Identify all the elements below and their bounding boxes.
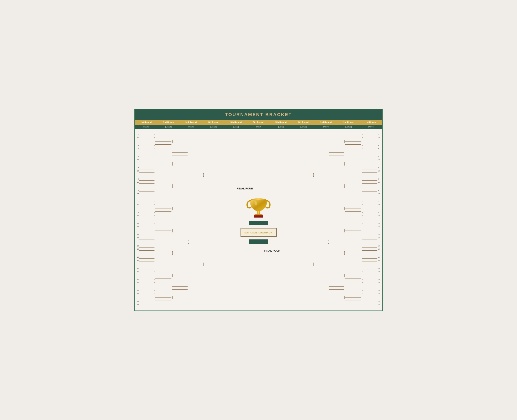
team-slot[interactable] (362, 180, 378, 184)
team-slot[interactable] (172, 284, 188, 286)
team-slot[interactable] (362, 203, 378, 206)
team-slot[interactable] (329, 284, 344, 286)
team-slot[interactable] (155, 272, 171, 275)
team-slot[interactable] (155, 231, 171, 234)
team-slot[interactable] (362, 270, 378, 273)
team-slot[interactable] (139, 133, 154, 136)
team-slot[interactable] (345, 138, 361, 142)
team-slot[interactable] (362, 200, 378, 203)
team-slot[interactable] (155, 295, 171, 298)
team-slot[interactable] (139, 292, 154, 295)
team-slot[interactable] (139, 155, 154, 158)
team-slot[interactable] (172, 194, 188, 197)
team-slot[interactable] (139, 270, 154, 273)
team-slot[interactable] (314, 264, 328, 267)
team-slot[interactable] (345, 205, 361, 209)
team-slot[interactable] (362, 144, 378, 147)
team-slot[interactable] (172, 197, 188, 200)
team-slot[interactable] (362, 300, 378, 303)
team-slot[interactable] (139, 189, 154, 192)
team-slot[interactable] (345, 186, 361, 189)
champion-slot-top[interactable] (249, 221, 268, 225)
team-slot[interactable] (362, 136, 378, 139)
team-slot[interactable] (172, 150, 188, 153)
team-slot[interactable] (139, 255, 154, 259)
team-slot[interactable] (345, 209, 361, 211)
team-slot[interactable] (329, 150, 344, 153)
team-slot[interactable] (139, 144, 154, 147)
team-slot[interactable] (139, 214, 154, 217)
team-slot[interactable] (155, 161, 171, 164)
team-slot[interactable] (203, 172, 217, 175)
team-slot[interactable] (172, 286, 188, 290)
team-slot[interactable] (314, 172, 328, 175)
team-slot[interactable] (139, 222, 154, 225)
team-slot[interactable] (299, 172, 313, 175)
team-slot[interactable] (362, 292, 378, 295)
team-slot[interactable] (203, 261, 217, 264)
team-slot[interactable] (329, 197, 344, 200)
team-slot[interactable] (362, 211, 378, 214)
team-slot[interactable] (139, 192, 154, 195)
team-slot[interactable] (362, 281, 378, 284)
team-slot[interactable] (362, 233, 378, 236)
team-slot[interactable] (139, 180, 154, 184)
team-slot[interactable] (362, 214, 378, 217)
team-slot[interactable] (139, 236, 154, 240)
team-slot[interactable] (139, 278, 154, 281)
team-slot[interactable] (362, 244, 378, 248)
team-slot[interactable] (362, 192, 378, 195)
team-slot[interactable] (345, 183, 361, 186)
team-slot[interactable] (345, 142, 361, 145)
team-slot[interactable] (155, 186, 171, 189)
team-slot[interactable] (362, 278, 378, 281)
team-slot[interactable] (155, 205, 171, 209)
team-slot[interactable] (139, 178, 154, 180)
team-slot[interactable] (345, 272, 361, 275)
team-slot[interactable] (139, 233, 154, 236)
team-slot[interactable] (362, 267, 378, 270)
team-slot[interactable] (139, 244, 154, 248)
team-slot[interactable] (139, 166, 154, 169)
champion-slot-bottom[interactable] (249, 240, 268, 244)
team-slot[interactable] (329, 194, 344, 197)
team-slot[interactable] (362, 236, 378, 240)
team-slot[interactable] (139, 281, 154, 284)
team-slot[interactable] (139, 200, 154, 203)
team-slot[interactable] (362, 166, 378, 169)
team-slot[interactable] (172, 239, 188, 242)
team-slot[interactable] (299, 264, 313, 267)
team-slot[interactable] (345, 164, 361, 167)
team-slot[interactable] (362, 133, 378, 136)
team-slot[interactable] (155, 275, 171, 278)
team-slot[interactable] (203, 175, 217, 178)
team-slot[interactable] (203, 264, 217, 267)
team-slot[interactable] (362, 189, 378, 192)
team-slot[interactable] (345, 295, 361, 298)
team-slot[interactable] (345, 298, 361, 301)
team-slot[interactable] (139, 225, 154, 228)
team-slot[interactable] (155, 250, 171, 253)
team-slot[interactable] (362, 225, 378, 228)
team-slot[interactable] (188, 175, 202, 178)
team-slot[interactable] (362, 255, 378, 259)
team-slot[interactable] (155, 228, 171, 231)
team-slot[interactable] (155, 164, 171, 167)
team-slot[interactable] (155, 209, 171, 211)
team-slot[interactable] (155, 253, 171, 256)
team-slot[interactable] (155, 138, 171, 142)
team-slot[interactable] (139, 211, 154, 214)
team-slot[interactable] (362, 169, 378, 172)
team-slot[interactable] (139, 147, 154, 150)
team-slot[interactable] (362, 259, 378, 262)
team-slot[interactable] (362, 222, 378, 225)
team-slot[interactable] (362, 155, 378, 158)
team-slot[interactable] (188, 261, 202, 264)
team-slot[interactable] (362, 248, 378, 251)
team-slot[interactable] (139, 248, 154, 251)
team-slot[interactable] (345, 253, 361, 256)
team-slot[interactable] (362, 178, 378, 180)
team-slot[interactable] (188, 172, 202, 175)
team-slot[interactable] (299, 261, 313, 264)
team-slot[interactable] (139, 267, 154, 270)
